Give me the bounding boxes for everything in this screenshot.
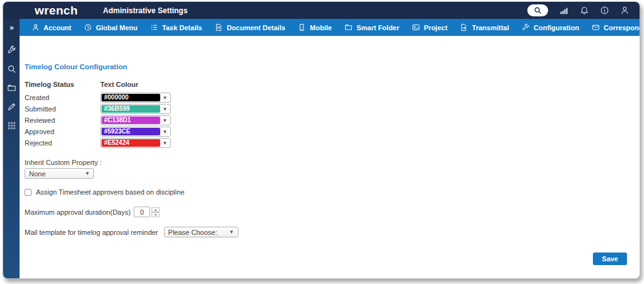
tab-label: Transmittal: [472, 24, 509, 31]
tab-mobile[interactable]: Mobile: [293, 21, 336, 33]
tab-label: Project: [424, 24, 447, 31]
task-details-icon: [150, 23, 158, 31]
left-sidebar: »: [3, 19, 20, 278]
table-row: Approved #5923CE ▼: [25, 126, 640, 137]
tab-global-menu[interactable]: Global Menu: [79, 21, 142, 33]
table-row: Submitted #36B599 ▼: [25, 103, 640, 115]
search-icon[interactable]: [7, 64, 16, 74]
tab-smart-folder[interactable]: Smart Folder: [340, 21, 404, 33]
status-label: Submitted: [25, 105, 100, 113]
info-icon[interactable]: [600, 6, 609, 15]
spin-down-button[interactable]: ▼: [151, 212, 160, 217]
spin-up-button[interactable]: ▲: [151, 207, 160, 212]
selected-value: Please Choose:: [168, 229, 227, 236]
configuration-icon: [522, 23, 530, 31]
mail-template-label: Mail template for timelog approval remin…: [25, 229, 158, 236]
search-icon: [534, 6, 542, 14]
settings-nav-bar: Account Global Menu Task Details Documen…: [20, 19, 640, 36]
tab-label: Configuration: [534, 24, 579, 31]
status-label: Rejected: [25, 139, 100, 147]
tab-label: Smart Folder: [356, 24, 399, 31]
status-label: Reviewed: [25, 116, 100, 124]
duration-input[interactable]: 0: [134, 207, 150, 217]
chevron-down-icon: ▼: [160, 95, 170, 101]
main-content: Timelog Colour Configuration Timelog Sta…: [20, 36, 640, 278]
signal-bars-icon[interactable]: [559, 6, 569, 15]
tab-label: Account: [44, 24, 71, 31]
tab-document-details[interactable]: Document Details: [210, 21, 290, 33]
tab-correspondence[interactable]: Correspondence: [587, 21, 640, 33]
timelog-status-header: Timelog Status: [25, 81, 100, 88]
spinner-buttons: ▲ ▼: [151, 207, 160, 217]
table-row: Created #000000 ▼: [25, 92, 640, 103]
mobile-icon: [298, 23, 306, 31]
user-icon[interactable]: [620, 6, 629, 15]
topbar-actions: [527, 4, 629, 16]
status-label: Created: [25, 94, 100, 101]
account-icon: [32, 23, 40, 31]
tab-task-details[interactable]: Task Details: [146, 21, 206, 33]
wrench-logo: wrench: [35, 4, 78, 18]
max-approval-duration-label: Maximum approval duration(Days): [25, 208, 131, 216]
content-column: Account Global Menu Task Details Documen…: [20, 19, 640, 278]
chevron-down-icon: ▼: [160, 106, 170, 112]
table-row: Reviewed #C138D1 ▼: [25, 115, 640, 126]
transmittal-icon: [460, 23, 468, 31]
assign-approvers-checkbox[interactable]: [25, 189, 32, 196]
page-title: Administrative Settings: [103, 6, 187, 15]
tab-account[interactable]: Account: [27, 21, 76, 33]
search-button[interactable]: [527, 4, 548, 16]
section-title-link[interactable]: Timelog Colour Configuration: [25, 63, 640, 71]
tab-project[interactable]: Project: [407, 21, 452, 33]
mail-template-select[interactable]: Please Choose: ▼: [164, 227, 238, 237]
tab-configuration[interactable]: Configuration: [517, 21, 583, 33]
color-swatch: #5923CE: [102, 128, 160, 135]
project-icon: [412, 23, 420, 31]
assign-approvers-row: Assign Timesheet approvers based on disc…: [25, 188, 640, 196]
tab-transmittal[interactable]: Transmittal: [455, 21, 513, 33]
color-swatch: #36B599: [102, 105, 160, 113]
tab-label: Document Details: [226, 24, 285, 31]
folder-icon[interactable]: [7, 83, 16, 93]
color-select-rejected[interactable]: #E52424 ▼: [100, 138, 171, 148]
tab-label: Task Details: [162, 24, 202, 31]
body-row: » Account: [3, 19, 640, 278]
color-table-header: Timelog Status Text Colour: [25, 79, 640, 90]
smart-folder-icon: [344, 23, 353, 31]
expand-icon[interactable]: »: [9, 19, 13, 36]
chevron-down-icon: ▼: [83, 171, 92, 176]
color-swatch: #E52424: [102, 139, 160, 147]
status-label: Approved: [25, 128, 100, 135]
color-swatch: #000000: [102, 94, 160, 101]
inherit-custom-property-select[interactable]: None ▼: [25, 168, 94, 179]
tab-label: Correspondence: [604, 24, 640, 31]
mail-template-row: Mail template for timelog approval remin…: [25, 227, 640, 237]
color-swatch: #C138D1: [102, 116, 160, 124]
assign-approvers-label: Assign Timesheet approvers based on disc…: [36, 188, 184, 196]
apps-grid-icon[interactable]: [7, 121, 16, 130]
chevron-down-icon: ▼: [160, 140, 170, 146]
chevron-down-icon: ▼: [160, 129, 170, 135]
app-window: wrench Administrative Settings: [3, 1, 640, 279]
selected-value: None: [29, 170, 83, 178]
color-select-created[interactable]: #000000 ▼: [100, 93, 171, 103]
max-approval-duration-row: Maximum approval duration(Days) 0 ▲ ▼: [25, 207, 640, 217]
save-button[interactable]: Save: [593, 253, 627, 265]
chevron-down-icon: ▼: [160, 118, 170, 123]
tab-label: Global Menu: [96, 24, 138, 31]
global-menu-icon: [84, 23, 92, 31]
color-select-approved[interactable]: #5923CE ▼: [100, 127, 171, 137]
table-row: Rejected #E52424 ▼: [25, 137, 640, 149]
document-details-icon: [214, 23, 223, 31]
correspondence-icon: [592, 23, 600, 31]
top-bar: wrench Administrative Settings: [3, 2, 640, 19]
wrench-icon[interactable]: [7, 45, 16, 55]
duration-stepper: 0 ▲ ▼: [134, 207, 160, 217]
pencil-icon[interactable]: [7, 102, 16, 111]
chevron-down-icon: ▼: [227, 229, 237, 235]
inherit-custom-property-label: Inherit Custom Property :: [25, 159, 640, 166]
text-colour-header: Text Colour: [100, 81, 172, 88]
color-select-reviewed[interactable]: #C138D1 ▼: [100, 115, 171, 125]
bell-icon[interactable]: [580, 6, 589, 15]
color-select-submitted[interactable]: #36B599 ▼: [100, 104, 171, 114]
